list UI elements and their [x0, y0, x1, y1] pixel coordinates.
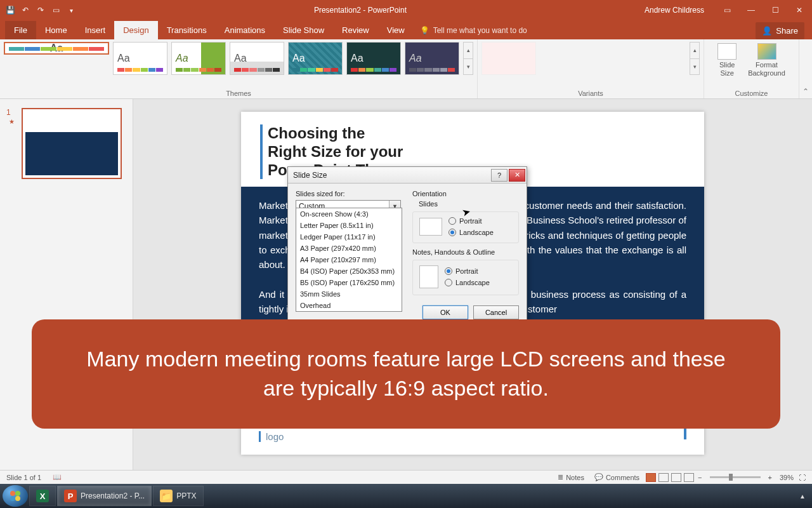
radio-label: Landscape: [459, 229, 494, 236]
size-option[interactable]: 35mm Slides: [296, 288, 402, 300]
windows-logo-icon: [8, 489, 22, 503]
variants-more[interactable]: ▴▾: [690, 42, 700, 75]
theme-thumb-6[interactable]: Aa: [346, 42, 401, 75]
dialog-title: Slide Size: [293, 171, 327, 180]
group-variants-label: Variants: [481, 90, 700, 98]
themes-more[interactable]: ▴▾: [463, 42, 473, 75]
slide-size-button[interactable]: Slide Size: [714, 42, 740, 79]
size-option[interactable]: B4 (ISO) Paper (250x353 mm): [296, 265, 402, 277]
status-slide: Slide 1 of 1: [6, 474, 41, 481]
slides-landscape-radio[interactable]: Landscape: [449, 229, 494, 236]
tab-home[interactable]: Home: [36, 21, 76, 39]
slides-portrait-radio[interactable]: Portrait: [449, 217, 494, 225]
ok-button[interactable]: OK: [422, 305, 468, 319]
slide-sorter-view-icon[interactable]: [658, 473, 669, 482]
tab-animations[interactable]: Animations: [216, 21, 274, 39]
slideshow-view-icon[interactable]: [684, 473, 694, 482]
tab-insert[interactable]: Insert: [76, 21, 115, 39]
save-icon[interactable]: 💾: [5, 5, 15, 15]
taskbar-explorer[interactable]: 📁PPTX: [153, 486, 203, 506]
qat-more-icon[interactable]: ▾: [66, 5, 76, 15]
share-button[interactable]: 👤 Share: [756, 22, 804, 39]
theme-thumb-7[interactable]: Aa: [405, 42, 459, 75]
start-button[interactable]: [3, 485, 28, 507]
notes-landscape-radio[interactable]: Landscape: [445, 279, 490, 286]
variant-thumb-1[interactable]: [481, 42, 536, 75]
size-option[interactable]: B5 (ISO) Paper (176x250 mm): [296, 277, 402, 288]
share-icon: 👤: [762, 26, 772, 36]
sized-for-label: Slides sized for:: [296, 190, 403, 197]
theme-thumb-3[interactable]: Aa: [171, 42, 226, 75]
tab-view[interactable]: View: [378, 21, 414, 39]
redo-icon[interactable]: ↷: [36, 5, 46, 15]
radio-label: Portrait: [459, 217, 481, 225]
taskbar-powerpoint[interactable]: PPresentation2 - P...: [57, 486, 152, 506]
theme-thumb-4[interactable]: Aa: [230, 42, 284, 75]
folder-icon: 📁: [160, 490, 173, 502]
svg-point-2: [10, 496, 15, 501]
slides-orientation-icon: [419, 218, 442, 236]
size-option[interactable]: Ledger Paper (11x17 in): [296, 231, 402, 243]
dialog-close-icon[interactable]: ✕: [509, 169, 525, 182]
maximize-icon[interactable]: ☐: [768, 6, 783, 15]
size-option[interactable]: Letter Paper (8.5x11 in): [296, 220, 402, 231]
notes-portrait-radio[interactable]: Portrait: [445, 267, 490, 275]
zoom-thumb[interactable]: [729, 474, 733, 481]
collapse-ribbon-icon[interactable]: ⌃: [799, 39, 812, 98]
theme-thumb-5[interactable]: Aa: [288, 42, 343, 75]
lightbulb-icon: 💡: [420, 26, 429, 35]
group-variants: ▴▾ Variants: [478, 39, 704, 98]
notes-label: Notes: [566, 474, 584, 481]
show-hidden-icons[interactable]: ▲: [793, 493, 812, 500]
tab-design[interactable]: Design: [114, 21, 157, 39]
normal-view-icon[interactable]: [646, 473, 656, 482]
orientation-label: Orientation: [412, 190, 519, 197]
tutorial-caption: Many modern meeting rooms feature large …: [32, 319, 780, 429]
tab-review[interactable]: Review: [333, 21, 378, 39]
close-window-icon[interactable]: ✕: [792, 6, 807, 15]
logo-placeholder[interactable]: logo: [259, 431, 284, 442]
size-option[interactable]: A4 Paper (210x297 mm): [296, 254, 402, 265]
start-from-beginning-icon[interactable]: ▭: [51, 5, 61, 15]
comments-label: Comments: [606, 474, 639, 481]
zoom-value[interactable]: 39%: [780, 474, 794, 481]
taskbar-folder-label: PPTX: [176, 491, 196, 500]
tab-slideshow[interactable]: Slide Show: [274, 21, 333, 39]
slide-thumbnail-1[interactable]: [22, 108, 122, 179]
ribbon-tabs: File Home Insert Design Transitions Anim…: [0, 20, 812, 39]
reading-view-icon[interactable]: [671, 473, 681, 482]
tell-me[interactable]: 💡 Tell me what you want to do: [420, 22, 527, 39]
taskbar-excel[interactable]: X: [29, 486, 56, 506]
tab-file[interactable]: File: [5, 21, 36, 39]
slide-number: 1: [6, 108, 11, 117]
theme-thumb-1[interactable]: Aa: [4, 42, 109, 55]
zoom-out-icon[interactable]: −: [695, 474, 704, 481]
signed-in-user[interactable]: Andrew Childress: [645, 6, 704, 15]
undo-icon[interactable]: ↶: [20, 5, 30, 15]
taskbar: X PPresentation2 - P... 📁PPTX ▲: [0, 484, 812, 508]
dialog-help-icon[interactable]: ?: [491, 169, 508, 182]
notes-button[interactable]: ≣ Notes: [553, 473, 589, 481]
tab-transitions[interactable]: Transitions: [158, 21, 216, 39]
dialog-titlebar: Slide Size ? ✕: [288, 167, 527, 184]
zoom-in-icon[interactable]: +: [766, 474, 775, 481]
excel-icon: X: [36, 490, 49, 502]
comments-button[interactable]: 💬 Comments: [589, 473, 645, 481]
size-option[interactable]: Overhead: [296, 300, 402, 311]
sized-for-dropdown: On-screen Show (4:3) Letter Paper (8.5x1…: [296, 208, 402, 312]
zoom-slider[interactable]: [710, 476, 761, 478]
minimize-icon[interactable]: —: [743, 6, 759, 15]
cancel-button[interactable]: Cancel: [473, 305, 519, 319]
ribbon-display-icon[interactable]: ▭: [719, 6, 735, 15]
fit-to-window-icon[interactable]: ⛶: [799, 474, 806, 481]
radio-label: Portrait: [455, 267, 478, 275]
svg-point-1: [15, 491, 20, 496]
format-background-label: Format Background: [748, 61, 785, 77]
theme-thumb-2[interactable]: Aa: [113, 42, 167, 75]
status-bar: Slide 1 of 1 📖 ≣ Notes 💬 Comments − + 39…: [0, 470, 812, 484]
group-themes-label: Themes: [4, 90, 473, 98]
size-option[interactable]: On-screen Show (4:3): [296, 208, 402, 220]
spellcheck-icon[interactable]: 📖: [48, 473, 67, 481]
size-option[interactable]: A3 Paper (297x420 mm): [296, 243, 402, 254]
format-background-button[interactable]: Format Background: [744, 42, 789, 79]
